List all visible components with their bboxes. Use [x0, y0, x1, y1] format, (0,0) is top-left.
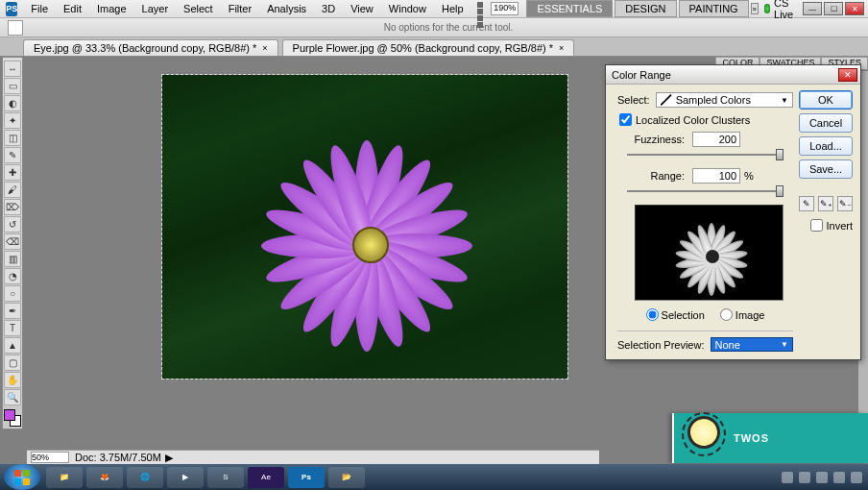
menu-3d[interactable]: 3D	[314, 1, 343, 16]
ok-button[interactable]: OK	[799, 90, 853, 110]
close-tab-icon[interactable]: ×	[262, 43, 267, 53]
history-brush-tool[interactable]: ↺	[4, 216, 21, 233]
task-skype[interactable]: S	[207, 467, 244, 488]
clone-stamp-tool[interactable]: ⌦	[4, 199, 21, 215]
tray-icon[interactable]	[799, 472, 810, 483]
selection-preview-dropdown[interactable]: None ▼	[711, 337, 794, 352]
fuzziness-slider[interactable]	[627, 149, 784, 160]
fuzziness-label: Fuzziness:	[627, 134, 685, 145]
menu-window[interactable]: Window	[381, 1, 434, 16]
menu-edit[interactable]: Edit	[56, 1, 89, 16]
zoom-field[interactable]	[31, 452, 69, 463]
document-canvas[interactable]	[161, 74, 568, 380]
task-firefox[interactable]: 🦊	[86, 467, 123, 488]
eyedropper-glyph-icon	[661, 94, 672, 106]
options-bar: No options for the current tool.	[0, 18, 868, 37]
task-aftereffects[interactable]: Ae	[248, 467, 284, 488]
menu-filter[interactable]: Filter	[221, 1, 259, 16]
menu-analysis[interactable]: Analysis	[259, 1, 314, 16]
eyedropper-plus-icon[interactable]: ✎₊	[818, 196, 833, 211]
workspace-painting[interactable]: PAINTING	[679, 0, 749, 17]
close-tab-icon[interactable]: ×	[559, 43, 564, 53]
radio-selection[interactable]: Selection	[646, 308, 705, 321]
crop-tool[interactable]: ◫	[4, 130, 21, 146]
select-label: Select:	[617, 94, 650, 106]
gradient-tool[interactable]: ▥	[4, 251, 21, 267]
invert-checkbox[interactable]	[810, 219, 823, 232]
document-tab-purple-flower-label: Purple Flower.jpg @ 50% (Background copy…	[293, 42, 553, 54]
hand-tool[interactable]: ✋	[4, 372, 21, 388]
start-button[interactable]	[4, 464, 40, 490]
workspace-chevron-icon[interactable]: »	[751, 3, 759, 14]
localized-checkbox[interactable]	[619, 113, 632, 126]
dialog-close-button[interactable]: ✕	[838, 68, 857, 82]
select-dropdown[interactable]: Sampled Colors ▼	[656, 92, 793, 108]
type-tool[interactable]: T	[4, 320, 21, 336]
tray-icon[interactable]	[816, 472, 828, 483]
tray-icon[interactable]	[851, 472, 862, 483]
svg-rect-2	[14, 478, 21, 485]
tray-icon[interactable]	[833, 472, 845, 483]
watermark: TWOS	[672, 413, 868, 463]
move-tool[interactable]: ↔	[4, 61, 21, 77]
radio-image-label: Image	[735, 309, 765, 321]
document-tab-purple-flower[interactable]: Purple Flower.jpg @ 50% (Background copy…	[282, 39, 575, 56]
brush-tool[interactable]: 🖌	[4, 182, 21, 198]
menu-help[interactable]: Help	[434, 1, 471, 16]
zoom-combo[interactable]: 190%	[491, 2, 518, 15]
task-chrome[interactable]: 🌐	[127, 467, 163, 488]
task-photoshop[interactable]: Ps	[288, 467, 325, 488]
tray-icon[interactable]	[782, 472, 793, 483]
magic-wand-tool[interactable]: ✦	[4, 112, 21, 129]
range-unit: %	[744, 170, 754, 182]
options-bar-message: No options for the current tool.	[29, 22, 868, 33]
zoom-tool[interactable]: 🔍	[4, 389, 21, 405]
minimize-button[interactable]: —	[803, 2, 822, 15]
shape-tool[interactable]: ▢	[4, 355, 21, 371]
radio-selection-label: Selection	[662, 309, 705, 321]
marquee-tool[interactable]: ▭	[4, 78, 21, 94]
eraser-tool[interactable]: ⌫	[4, 233, 21, 250]
color-swatches[interactable]	[4, 409, 21, 427]
fuzziness-field[interactable]	[692, 132, 740, 147]
save-button[interactable]: Save...	[799, 159, 853, 179]
menu-layer[interactable]: Layer	[134, 1, 177, 16]
menu-select[interactable]: Select	[176, 1, 221, 16]
launch-bridge-icon[interactable]	[477, 2, 486, 15]
task-explorer[interactable]: 📁	[46, 467, 83, 488]
menu-file[interactable]: File	[23, 1, 56, 16]
lasso-tool[interactable]: ◐	[4, 95, 21, 111]
maximize-button[interactable]: ☐	[824, 2, 843, 15]
eyedropper-tool[interactable]: ✎	[4, 147, 21, 163]
dodge-tool[interactable]: ○	[4, 285, 21, 302]
current-tool-icon[interactable]	[8, 20, 23, 36]
chevron-down-icon: ▼	[781, 96, 788, 105]
task-vlc[interactable]: ▶	[167, 467, 204, 488]
status-menu-icon[interactable]: ▶	[165, 452, 173, 464]
pen-tool[interactable]: ✒	[4, 303, 21, 319]
cslive-dot-icon	[764, 4, 770, 13]
blur-tool[interactable]: ◔	[4, 268, 21, 284]
load-button[interactable]: Load...	[799, 136, 853, 156]
workspace-essentials[interactable]: ESSENTIALS	[526, 0, 613, 17]
eyedropper-icon[interactable]: ✎	[799, 196, 814, 211]
eyedropper-buttons: ✎ ✎₊ ✎₋	[799, 196, 853, 211]
range-slider[interactable]	[627, 185, 784, 197]
cancel-button[interactable]: Cancel	[799, 113, 853, 133]
menu-view[interactable]: View	[343, 1, 381, 16]
range-label: Range:	[627, 170, 685, 182]
dialog-titlebar[interactable]: Color Range ✕	[606, 65, 860, 85]
task-folder-open[interactable]: 📂	[328, 467, 365, 488]
radio-image[interactable]: Image	[720, 308, 765, 321]
system-tray	[782, 472, 868, 483]
range-field[interactable]	[692, 168, 740, 184]
document-tab-eye[interactable]: Eye.jpg @ 33.3% (Background copy, RGB/8#…	[23, 39, 278, 56]
path-selection-tool[interactable]: ▲	[4, 337, 21, 354]
healing-brush-tool[interactable]: ✚	[4, 164, 21, 181]
selection-preview-value: None	[715, 339, 740, 351]
close-button[interactable]: ✕	[845, 2, 864, 15]
menu-image[interactable]: Image	[89, 1, 134, 16]
workspace-design[interactable]: DESIGN	[615, 0, 676, 17]
eyedropper-minus-icon[interactable]: ✎₋	[837, 196, 853, 211]
cslive-button[interactable]: CS Live	[764, 0, 797, 20]
